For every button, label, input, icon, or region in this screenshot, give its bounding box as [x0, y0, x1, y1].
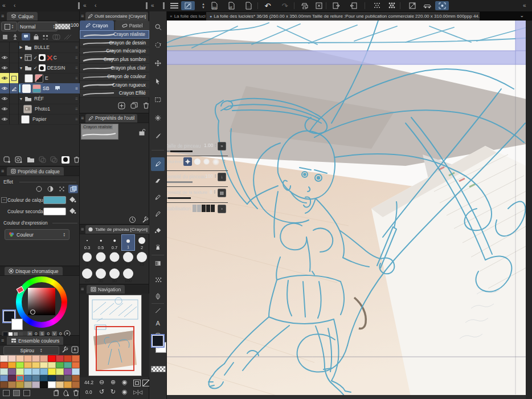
- effect-border-icon[interactable]: [34, 185, 44, 193]
- add-subtool-icon[interactable]: [118, 102, 125, 109]
- color-swatch[interactable]: [72, 375, 80, 382]
- subtool-item[interactable]: Crayon mécanique: [80, 47, 149, 56]
- color-swatch[interactable]: [24, 375, 32, 382]
- blend-mode-select[interactable]: Normal▲▼: [18, 22, 58, 31]
- brush-size-item[interactable]: 30: [94, 267, 108, 284]
- reference-layer-icon[interactable]: [12, 34, 18, 40]
- brush-size-item[interactable]: 15: [135, 251, 149, 267]
- layer-mask-thumbnail[interactable]: [32, 84, 41, 93]
- brush-size-stepper[interactable]: 1.00▲▼: [204, 142, 217, 148]
- zoom-in-icon[interactable]: ⊕: [111, 378, 116, 386]
- main-menu-icon[interactable]: [167, 1, 181, 10]
- fit-screen-icon[interactable]: [133, 380, 141, 386]
- row-grip-icon[interactable]: ≡: [75, 55, 78, 60]
- density-dynamics-button[interactable]: ↓: [218, 173, 226, 181]
- tab-pastel[interactable]: Pastel: [115, 21, 149, 30]
- effect-halftone-icon[interactable]: [57, 185, 67, 193]
- brush-size-slider[interactable]: [165, 150, 193, 152]
- import-set-icon[interactable]: [71, 346, 79, 353]
- screen-fit-icon[interactable]: [435, 1, 449, 10]
- texture-pattern-button[interactable]: ▦: [218, 189, 226, 197]
- panel-menu-icon[interactable]: ≡: [81, 115, 84, 121]
- color-swatch[interactable]: [8, 368, 16, 375]
- color-swatch[interactable]: [16, 368, 24, 375]
- brush-size-item[interactable]: 7: [108, 251, 121, 267]
- color-swatch[interactable]: [56, 362, 64, 369]
- color-swatch[interactable]: [0, 362, 8, 369]
- tool-line-icon[interactable]: [151, 304, 165, 317]
- row-grip-icon[interactable]: ≡: [75, 96, 78, 101]
- draft-checkbox[interactable]: [11, 76, 17, 81]
- brush-preview-box[interactable]: Crayon réaliste: [81, 124, 118, 140]
- layer-row[interactable]: Photo1 ≡: [0, 104, 80, 115]
- new-layer-icon[interactable]: [3, 156, 11, 163]
- unlock-icon[interactable]: [139, 128, 146, 136]
- color-swatch[interactable]: [16, 375, 24, 382]
- color-swatch[interactable]: [40, 375, 48, 382]
- collapse-icon[interactable]: ▼: [19, 56, 23, 60]
- subtool-item[interactable]: Crayon de couleur: [80, 72, 149, 81]
- tab-disque-chromatique[interactable]: Disque chromatique: [5, 267, 63, 275]
- aa-weak-option[interactable]: [194, 158, 201, 165]
- tab-proprietes-outil[interactable]: Propriétés de l'outil: [85, 114, 137, 123]
- collapse-panel-icon[interactable]: «: [83, 2, 87, 9]
- copy-color-icon[interactable]: [53, 389, 59, 396]
- check-icon[interactable]: ✓: [34, 55, 38, 60]
- color-swatch[interactable]: [0, 375, 8, 382]
- brush-size-item[interactable]: 10: [121, 251, 135, 267]
- subtool-item[interactable]: Crayon de dessin: [80, 39, 149, 47]
- zoom-reset-icon[interactable]: ◉: [122, 378, 128, 386]
- panel-menu-icon[interactable]: ≡: [1, 337, 4, 343]
- brush-size-item[interactable]: 5: [94, 251, 108, 267]
- tool-gradient-icon[interactable]: [151, 256, 165, 270]
- layer-row[interactable]: Papier ≡: [0, 114, 80, 125]
- flip-horizontal-icon[interactable]: ▷|◁: [133, 389, 142, 395]
- color-swatch[interactable]: [56, 375, 64, 382]
- color-set-select[interactable]: Spirou▲▼: [3, 346, 59, 355]
- palette-option-icon[interactable]: [13, 390, 20, 396]
- aa-strong-option[interactable]: [212, 158, 219, 165]
- eye-icon[interactable]: [1, 86, 8, 91]
- rotate-reset-icon[interactable]: ◉: [122, 388, 128, 396]
- tool-rotate-view-icon[interactable]: [151, 38, 165, 52]
- rotate-left-icon[interactable]: ↺: [99, 388, 104, 396]
- panel-menu-icon[interactable]: ≡: [1, 168, 4, 174]
- tab-list-chevron-icon[interactable]: ⌄: [519, 13, 524, 18]
- tool-eyedropper-icon[interactable]: [151, 129, 165, 143]
- palette-option-icon[interactable]: [23, 390, 30, 396]
- color-swatch[interactable]: [0, 355, 8, 362]
- tab-outil-secondaire[interactable]: Outil secondaire [Crayon]: [85, 12, 148, 21]
- layer-thumbnail[interactable]: [24, 74, 33, 83]
- color-swatch[interactable]: [64, 375, 72, 382]
- brush-size-item[interactable]: 100: [121, 267, 135, 284]
- color-swatch[interactable]: [24, 355, 32, 362]
- back-panel-icon[interactable]: ‹: [14, 2, 15, 9]
- effect-layer-color-icon[interactable]: [68, 185, 78, 193]
- color-swatch[interactable]: [64, 381, 72, 388]
- color-swatch[interactable]: [24, 381, 32, 388]
- color-swatch[interactable]: [72, 355, 80, 362]
- layer-mask-icon[interactable]: [62, 156, 69, 164]
- new-special-layer-icon[interactable]: [15, 156, 23, 163]
- tool-decoration-icon[interactable]: [151, 290, 165, 303]
- color-swatch[interactable]: [24, 362, 32, 369]
- row-grip-icon[interactable]: ≡: [75, 107, 78, 112]
- zoom-out-icon[interactable]: ⊖: [99, 378, 104, 386]
- subtool-item[interactable]: Crayon plus clair: [80, 64, 149, 72]
- new-folder-icon[interactable]: [27, 156, 35, 163]
- layer-row[interactable]: ▶ BULLE ≡: [0, 42, 80, 53]
- export-page-icon[interactable]: [329, 1, 343, 10]
- row-grip-icon[interactable]: ≡: [75, 117, 78, 122]
- subtool-item[interactable]: Crayon rugueux: [80, 81, 149, 89]
- layer-thumbnail[interactable]: [22, 84, 31, 93]
- color-swatch[interactable]: [48, 381, 56, 388]
- tool-airbrush-icon[interactable]: [151, 240, 165, 254]
- collapse-panel-icon[interactable]: «: [2, 2, 6, 9]
- panel-menu-icon[interactable]: ≡: [1, 13, 4, 19]
- brush-size-item[interactable]: 0.5: [94, 234, 108, 251]
- clip-below-icon[interactable]: [52, 34, 60, 40]
- paint-bucket-icon[interactable]: [68, 207, 76, 214]
- delete-icon[interactable]: [312, 1, 326, 10]
- navigator-view[interactable]: [80, 294, 149, 377]
- delete-color-icon[interactable]: [73, 389, 79, 396]
